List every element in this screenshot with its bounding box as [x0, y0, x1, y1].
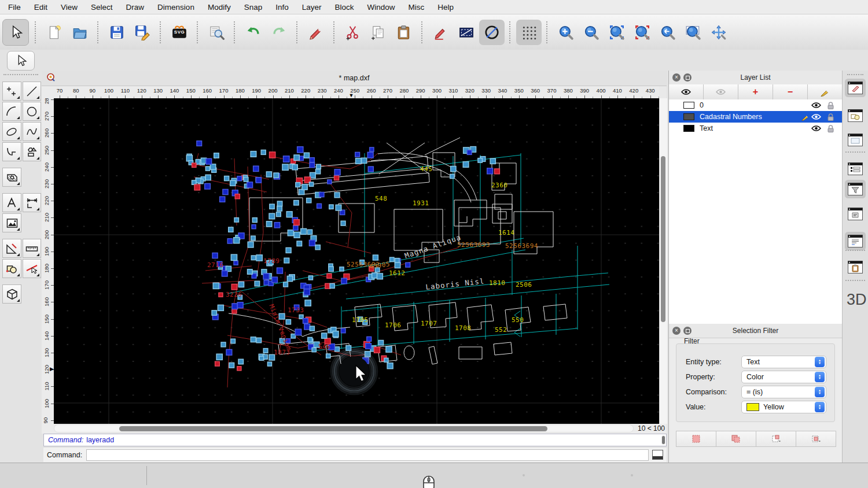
comparison-select[interactable]: = (is) ▲▼ [741, 386, 826, 398]
layer-visibility-eye-icon[interactable] [811, 125, 821, 132]
command-options-icon[interactable] [652, 450, 663, 460]
palette-drag-handle[interactable] [3, 74, 38, 79]
arc-tool-button[interactable] [2, 102, 21, 121]
menu-help[interactable]: Help [437, 3, 454, 12]
dock-layer-list-icon[interactable] [847, 81, 863, 95]
vertical-scroll-thumb[interactable] [661, 156, 665, 322]
save-button[interactable] [104, 20, 130, 45]
menu-snap[interactable]: Snap [244, 3, 263, 12]
select-matching-button[interactable] [676, 431, 716, 447]
circle-tool-button[interactable] [23, 102, 42, 121]
points-tool-button[interactable] [2, 82, 21, 101]
grid-button[interactable] [516, 20, 542, 45]
paste-button[interactable] [391, 20, 417, 45]
shapes-tool-button[interactable] [23, 142, 42, 161]
zoom-selection-button[interactable] [630, 20, 655, 45]
menu-select[interactable]: Select [91, 3, 113, 12]
image-tool-button[interactable] [2, 213, 21, 232]
menu-dimension[interactable]: Dimension [157, 3, 194, 12]
zoom-window-button[interactable] [681, 20, 706, 45]
layer-visibility-eye-icon[interactable] [811, 113, 821, 120]
remove-from-selection-button[interactable] [756, 431, 796, 447]
layer-list-float-button[interactable] [683, 73, 692, 82]
selection-display-button[interactable] [454, 20, 479, 45]
restrict-off-button[interactable] [479, 20, 505, 45]
dock-command-options-icon[interactable] [847, 207, 863, 221]
layer-lock-icon[interactable] [827, 125, 834, 132]
cut-button[interactable] [340, 20, 366, 45]
menu-draw[interactable]: Draw [126, 3, 145, 12]
entity-type-select[interactable]: Text ▲▼ [741, 356, 826, 368]
remove-layer-button[interactable]: − [773, 84, 808, 99]
selection-pointer-button[interactable] [7, 51, 35, 71]
spline-tool-button[interactable] [23, 122, 42, 141]
zoom-pan-button[interactable] [706, 20, 731, 45]
modify-tool-button[interactable] [2, 239, 21, 258]
zoom-auto-button[interactable] [604, 20, 630, 45]
layer-lock-icon[interactable] [827, 102, 834, 109]
draw-pencil-button[interactable] [428, 20, 454, 45]
layer-row-text[interactable]: Text [669, 123, 842, 134]
box3d-tool-button[interactable] [2, 284, 21, 304]
add-to-selection-button[interactable] [716, 431, 756, 447]
block-tool-button[interactable] [2, 259, 21, 278]
layer-visibility-eye-icon[interactable] [811, 102, 821, 109]
print-preview-button[interactable] [204, 20, 229, 45]
3d-panel-label[interactable]: 3D [847, 291, 867, 309]
dock-property-editor-icon[interactable] [847, 162, 863, 176]
layer-edit-pencil-icon[interactable] [801, 113, 809, 121]
dimension-tool-button[interactable] [23, 193, 42, 212]
save-as-button[interactable] [130, 20, 155, 45]
dock-block-list-icon[interactable] [847, 109, 863, 123]
measure-tool-button[interactable] [23, 239, 42, 258]
layer-row-cadastral-numbers[interactable]: Cadastral Numbers [669, 111, 842, 123]
dock-selection-filter-icon[interactable] [847, 182, 863, 196]
menu-edit[interactable]: Edit [34, 3, 47, 12]
menu-modify[interactable]: Modify [208, 3, 231, 12]
new-file-button[interactable] [42, 20, 67, 45]
menu-block[interactable]: Block [335, 3, 354, 12]
dock-command-line-icon[interactable] [847, 234, 863, 248]
undo-button[interactable] [241, 20, 266, 45]
menu-info[interactable]: Info [275, 3, 289, 12]
layer-lock-icon[interactable] [827, 113, 834, 121]
command-input[interactable] [86, 449, 649, 461]
drawing-canvas[interactable]: 4452360548193116141612181025061705170617… [54, 98, 659, 424]
edit-pencil-button[interactable] [303, 20, 329, 45]
svg-export-button[interactable]: SVG [167, 20, 192, 45]
line-tool-button[interactable] [23, 82, 42, 101]
hatch-tool-button[interactable] [2, 168, 21, 187]
ellipse-tool-button[interactable] [2, 122, 21, 141]
zoom-in-button[interactable] [553, 20, 579, 45]
copy-button[interactable] [366, 20, 391, 45]
text-tool-button[interactable] [2, 193, 21, 212]
selection-filter-close-button[interactable]: × [672, 327, 681, 335]
value-select[interactable]: Yellow ▲▼ [741, 401, 826, 413]
menu-misc[interactable]: Misc [409, 3, 425, 12]
menu-file[interactable]: File [8, 3, 21, 12]
zoom-out-button[interactable] [579, 20, 604, 45]
menu-layer[interactable]: Layer [302, 3, 322, 12]
layer-row-0[interactable]: 0 [669, 99, 842, 111]
open-button[interactable] [67, 20, 93, 45]
menu-window[interactable]: Window [367, 3, 395, 12]
polyline-tool-button[interactable] [2, 142, 21, 161]
zoom-previous-button[interactable] [655, 20, 681, 45]
horizontal-scroll-thumb[interactable] [119, 426, 547, 431]
dock-clipboard-icon[interactable] [847, 260, 863, 274]
canvas-vertical-scrollbar[interactable] [659, 98, 667, 424]
redo-button[interactable] [266, 20, 292, 45]
history-scrollbar[interactable] [661, 435, 665, 445]
hide-all-layers-button[interactable] [704, 84, 738, 99]
pointer-button[interactable] [2, 19, 29, 46]
canvas-horizontal-scrollbar[interactable] [54, 424, 634, 432]
menu-view[interactable]: View [61, 3, 78, 12]
property-select[interactable]: Color ▲▼ [741, 371, 826, 383]
dock-library-browser-icon[interactable] [847, 133, 863, 147]
intersect-selection-button[interactable] [796, 431, 836, 447]
show-all-layers-button[interactable] [669, 84, 704, 99]
select-red-tool-button[interactable] [23, 259, 42, 278]
add-layer-button[interactable]: + [738, 84, 773, 99]
layer-list-close-button[interactable]: × [672, 73, 681, 82]
edit-layer-button[interactable] [808, 84, 842, 99]
